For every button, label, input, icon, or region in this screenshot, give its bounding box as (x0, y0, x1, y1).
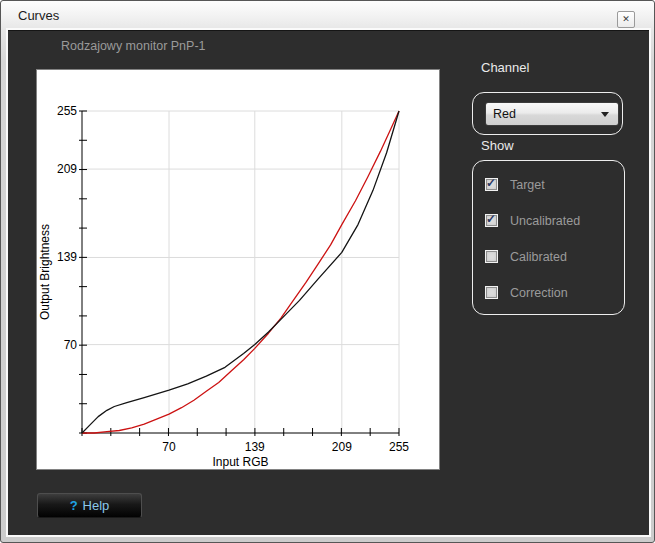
checkbox-row-correction[interactable]: ✓ Correction (485, 286, 624, 299)
checkbox-label-correction: Correction (510, 286, 568, 300)
svg-text:139: 139 (57, 250, 77, 264)
close-button[interactable]: ✕ (617, 11, 635, 28)
checkbox-label-target: Target (510, 178, 545, 192)
checkbox-label-calibrated: Calibrated (510, 250, 567, 264)
svg-text:209: 209 (57, 162, 77, 176)
checkbox-correction[interactable]: ✓ (485, 286, 498, 299)
check-icon: ✓ (486, 176, 496, 190)
checkbox-calibrated[interactable]: ✓ (485, 250, 498, 263)
show-group: ✓ Target ✓ Uncalibrated ✓ Calibrated ✓ C… (472, 160, 625, 315)
close-icon: ✕ (622, 14, 630, 24)
chart-panel: 7070139139209209255255Input RGBOutput Br… (36, 69, 440, 470)
svg-text:Output Brightness: Output Brightness (38, 224, 52, 320)
help-button[interactable]: ?Help (37, 493, 142, 518)
dropdown-arrow-icon (601, 112, 609, 117)
svg-text:139: 139 (245, 440, 265, 454)
curves-chart: 7070139139209209255255Input RGBOutput Br… (37, 70, 439, 469)
curves-window: Curves ✕ Rodzajowy monitor PnP-1 7070139… (0, 0, 655, 543)
dialog-content: Rodzajowy monitor PnP-1 7070139139209209… (8, 30, 649, 535)
show-label: Show (481, 138, 514, 153)
monitor-name-label: Rodzajowy monitor PnP-1 (61, 39, 206, 53)
help-label: Help (83, 498, 110, 513)
titlebar[interactable]: Curves ✕ (1, 1, 654, 30)
checkbox-uncalibrated[interactable]: ✓ (485, 214, 498, 227)
svg-text:70: 70 (64, 338, 78, 352)
svg-text:70: 70 (162, 440, 176, 454)
window-title: Curves (18, 1, 59, 30)
svg-text:Input RGB: Input RGB (212, 455, 268, 469)
checkbox-row-target[interactable]: ✓ Target (485, 178, 624, 191)
checkbox-label-uncalibrated: Uncalibrated (510, 214, 580, 228)
channel-select[interactable]: Red (485, 102, 619, 126)
svg-text:209: 209 (332, 440, 352, 454)
check-icon: ✓ (486, 212, 496, 226)
channel-selected-value: Red (493, 107, 516, 121)
channel-label: Channel (481, 60, 529, 75)
channel-group: Red (472, 92, 623, 135)
svg-text:255: 255 (389, 440, 409, 454)
checkbox-row-calibrated[interactable]: ✓ Calibrated (485, 250, 624, 263)
help-icon: ? (70, 498, 78, 513)
checkbox-row-uncalibrated[interactable]: ✓ Uncalibrated (485, 214, 624, 227)
checkbox-target[interactable]: ✓ (485, 178, 498, 191)
svg-text:255: 255 (57, 104, 77, 118)
